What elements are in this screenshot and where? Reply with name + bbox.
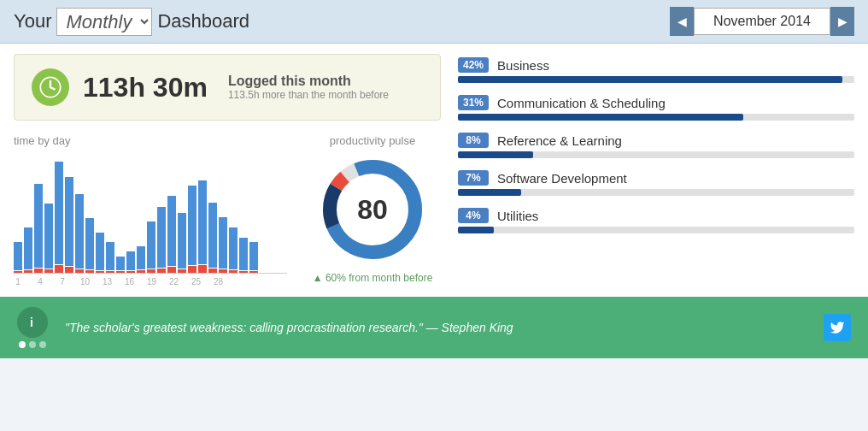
donut-title: productivity pulse <box>304 134 441 147</box>
category-header: 42%Business <box>458 57 854 73</box>
bar-blue <box>85 218 94 269</box>
bar-group <box>24 227 32 273</box>
bar-blue <box>178 213 186 269</box>
bar-red <box>208 269 217 273</box>
time-logged-value: 113h 30m <box>83 72 208 103</box>
prev-month-button[interactable]: ◀ <box>670 7 694 36</box>
bar-group <box>126 251 135 273</box>
x-label: 16 <box>125 277 133 286</box>
month-display: November 2014 <box>694 8 830 35</box>
category-name: Utilities <box>497 209 538 223</box>
bar-blue <box>157 207 166 268</box>
category-row: 4%Utilities <box>458 208 854 233</box>
donut-chart: 80 <box>317 154 428 265</box>
category-header: 4%Utilities <box>458 208 854 223</box>
progress-bar-bg <box>458 189 854 196</box>
x-label: 7 <box>58 277 67 286</box>
bar-group <box>147 221 155 273</box>
bar-red <box>75 269 84 273</box>
progress-bar-bg <box>458 151 854 158</box>
bar-blue <box>249 242 258 270</box>
left-panel: 113h 30m Logged this month 113.5h more t… <box>14 54 441 286</box>
bar-group <box>85 218 94 273</box>
x-label: 10 <box>80 277 89 286</box>
progress-bar-fill <box>458 76 842 83</box>
bar-blue <box>24 227 32 269</box>
bar-group <box>208 203 217 273</box>
logged-details: Logged this month 113.5h more than the m… <box>228 74 389 101</box>
bar-red <box>55 265 63 273</box>
bar-group <box>116 257 125 273</box>
dot-1 <box>19 341 26 348</box>
bar-blue <box>65 177 73 266</box>
bar-group <box>34 184 43 273</box>
twitter-icon <box>830 320 845 335</box>
clock-icon <box>32 68 69 106</box>
twitter-button[interactable] <box>824 314 851 341</box>
pct-badge: 31% <box>458 95 489 110</box>
right-panel: 42%Business31%Communication & Scheduling… <box>458 54 854 286</box>
bar-group <box>65 177 73 273</box>
footer: i "The scholar's greatest weakness: call… <box>0 297 868 358</box>
dot-2 <box>29 341 36 348</box>
footer-quote: "The scholar's greatest weakness: callin… <box>65 321 806 334</box>
bar-group <box>157 207 166 273</box>
stats-card: 113h 30m Logged this month 113.5h more t… <box>14 54 441 121</box>
bar-blue <box>116 257 125 270</box>
period-select[interactable]: Monthly Weekly Daily <box>56 8 152 36</box>
bar-blue <box>147 221 155 269</box>
bar-red <box>198 265 207 273</box>
progress-bar-bg <box>458 114 854 121</box>
bar-red <box>239 271 248 273</box>
header-title: Your Monthly Weekly Daily Dashboard <box>14 8 249 36</box>
bar-blue <box>229 227 238 269</box>
bar-group <box>55 162 63 273</box>
pct-badge: 8% <box>458 133 489 148</box>
x-label: 19 <box>147 277 155 286</box>
bar-group <box>188 186 196 273</box>
bar-group <box>198 180 207 273</box>
category-name: Software Development <box>497 171 627 186</box>
bar-red <box>34 269 43 273</box>
bar-red <box>44 269 53 273</box>
progress-bar-bg <box>458 227 854 233</box>
donut-section: productivity pulse 80 <box>304 134 441 284</box>
bar-group <box>229 227 238 273</box>
bar-group <box>178 213 186 273</box>
bar-group <box>106 242 114 273</box>
donut-score: 80 <box>357 194 388 226</box>
category-header: 31%Communication & Scheduling <box>458 95 854 110</box>
progress-bar-fill <box>458 227 494 233</box>
dashboard-label: Dashboard <box>157 10 249 32</box>
bar-blue <box>126 251 135 270</box>
bar-red <box>229 270 238 273</box>
progress-bar-fill <box>458 189 521 196</box>
bar-red <box>96 271 104 273</box>
x-label: 1 <box>14 277 22 286</box>
x-label: 4 <box>36 277 44 286</box>
info-icon: i <box>17 307 48 338</box>
main-content: 113h 30m Logged this month 113.5h more t… <box>0 44 868 297</box>
pct-badge: 7% <box>458 170 489 186</box>
category-name: Business <box>497 58 549 73</box>
bar-red <box>14 271 22 273</box>
category-row: 7%Software Development <box>458 170 854 196</box>
date-nav: ◀ November 2014 ▶ <box>670 7 854 36</box>
bar-red <box>147 269 155 273</box>
bar-blue <box>198 180 207 264</box>
bar-red <box>219 269 227 273</box>
next-month-button[interactable]: ▶ <box>830 7 854 36</box>
category-name: Reference & Learning <box>497 133 622 148</box>
bar-group <box>249 242 258 273</box>
x-label: 25 <box>191 277 200 286</box>
x-label: 28 <box>214 277 222 286</box>
bar-group <box>96 233 104 273</box>
bar-red <box>85 270 94 273</box>
bar-red <box>167 267 176 273</box>
bar-red <box>126 271 135 273</box>
progress-bar-fill <box>458 114 743 121</box>
header: Your Monthly Weekly Daily Dashboard ◀ No… <box>0 0 868 44</box>
logged-title: Logged this month <box>228 74 389 89</box>
bar-group <box>219 217 227 273</box>
bar-chart <box>14 154 287 274</box>
